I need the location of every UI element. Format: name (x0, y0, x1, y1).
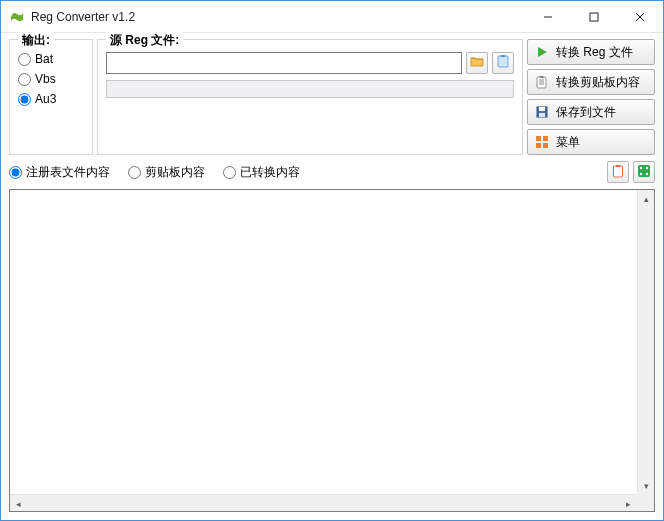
source-path-input[interactable] (106, 52, 462, 74)
scroll-left-icon[interactable]: ◂ (10, 495, 27, 512)
svg-point-22 (646, 166, 648, 168)
copy-button[interactable] (607, 161, 629, 183)
convert-reg-button[interactable]: 转换 Reg 文件 (527, 39, 655, 65)
scroll-right-icon[interactable]: ▸ (620, 495, 637, 512)
clipboard-icon (496, 54, 510, 72)
view-converted-label: 已转换内容 (240, 164, 300, 181)
scrollbar-corner (637, 494, 654, 511)
source-groupbox: 源 Reg 文件: (97, 39, 523, 155)
play-icon (534, 44, 550, 60)
svg-rect-20 (638, 165, 650, 177)
radio-vbs-label: Vbs (35, 72, 56, 86)
svg-point-24 (646, 172, 648, 174)
menu-icon (534, 134, 550, 150)
svg-rect-1 (590, 13, 598, 21)
view-row: 注册表文件内容 剪贴板内容 已转换内容 (1, 157, 663, 189)
radio-view-regfile[interactable] (9, 166, 22, 179)
view-option-converted[interactable]: 已转换内容 (223, 164, 300, 181)
browse-button[interactable] (466, 52, 488, 74)
svg-rect-5 (501, 55, 505, 57)
svg-point-23 (640, 172, 642, 174)
output-option-vbs[interactable]: Vbs (18, 72, 84, 86)
convert-reg-label: 转换 Reg 文件 (556, 44, 633, 61)
window-controls (525, 1, 663, 32)
radio-view-converted[interactable] (223, 166, 236, 179)
output-option-au3[interactable]: Au3 (18, 92, 84, 106)
svg-rect-18 (614, 166, 623, 177)
minimize-button[interactable] (525, 1, 571, 32)
save-file-button[interactable]: 保存到文件 (527, 99, 655, 125)
radio-bat[interactable] (18, 53, 31, 66)
scroll-up-icon[interactable]: ▴ (638, 190, 655, 207)
run-icon (637, 164, 651, 181)
svg-rect-7 (540, 76, 544, 78)
folder-icon (470, 54, 484, 72)
view-option-regfile[interactable]: 注册表文件内容 (9, 164, 110, 181)
svg-rect-14 (536, 136, 541, 141)
content-textarea[interactable] (10, 190, 637, 494)
svg-rect-17 (543, 143, 548, 148)
svg-rect-16 (536, 143, 541, 148)
close-button[interactable] (617, 1, 663, 32)
source-legend: 源 Reg 文件: (106, 32, 183, 49)
convert-clipboard-label: 转换剪贴板内容 (556, 74, 640, 91)
radio-au3[interactable] (18, 93, 31, 106)
output-groupbox: 输出: Bat Vbs Au3 (9, 39, 93, 155)
scroll-down-icon[interactable]: ▾ (638, 477, 655, 494)
radio-au3-label: Au3 (35, 92, 56, 106)
app-title: Reg Converter v1.2 (31, 10, 135, 24)
radio-bat-label: Bat (35, 52, 53, 66)
action-column: 转换 Reg 文件 转换剪贴板内容 保存到文件 菜单 (527, 39, 655, 155)
view-clipboard-label: 剪贴板内容 (145, 164, 205, 181)
save-file-label: 保存到文件 (556, 104, 616, 121)
svg-rect-12 (539, 107, 545, 111)
upper-panel: 输出: Bat Vbs Au3 源 Reg 文件: (1, 33, 663, 157)
content-area: ▴ ▾ ◂ ▸ (9, 189, 655, 512)
progress-bar (106, 80, 514, 98)
svg-rect-19 (616, 165, 620, 167)
convert-clipboard-button[interactable]: 转换剪贴板内容 (527, 69, 655, 95)
save-icon (534, 104, 550, 120)
view-regfile-label: 注册表文件内容 (26, 164, 110, 181)
svg-point-21 (640, 166, 642, 168)
vertical-scrollbar[interactable]: ▴ ▾ (637, 190, 654, 494)
output-legend: 输出: (18, 32, 54, 49)
horizontal-scrollbar[interactable]: ◂ ▸ (10, 494, 637, 511)
output-option-bat[interactable]: Bat (18, 52, 84, 66)
paste-button[interactable] (492, 52, 514, 74)
clipboard-convert-icon (534, 74, 550, 90)
titlebar: Reg Converter v1.2 (1, 1, 663, 33)
menu-button[interactable]: 菜单 (527, 129, 655, 155)
radio-view-clipboard[interactable] (128, 166, 141, 179)
view-option-clipboard[interactable]: 剪贴板内容 (128, 164, 205, 181)
run-button[interactable] (633, 161, 655, 183)
app-window: Reg Converter v1.2 输出: Bat (0, 0, 664, 521)
svg-rect-4 (498, 56, 508, 67)
svg-rect-15 (543, 136, 548, 141)
maximize-button[interactable] (571, 1, 617, 32)
menu-label: 菜单 (556, 134, 580, 151)
svg-rect-13 (539, 113, 545, 117)
copy-icon (611, 164, 625, 181)
app-icon (9, 9, 25, 25)
radio-vbs[interactable] (18, 73, 31, 86)
